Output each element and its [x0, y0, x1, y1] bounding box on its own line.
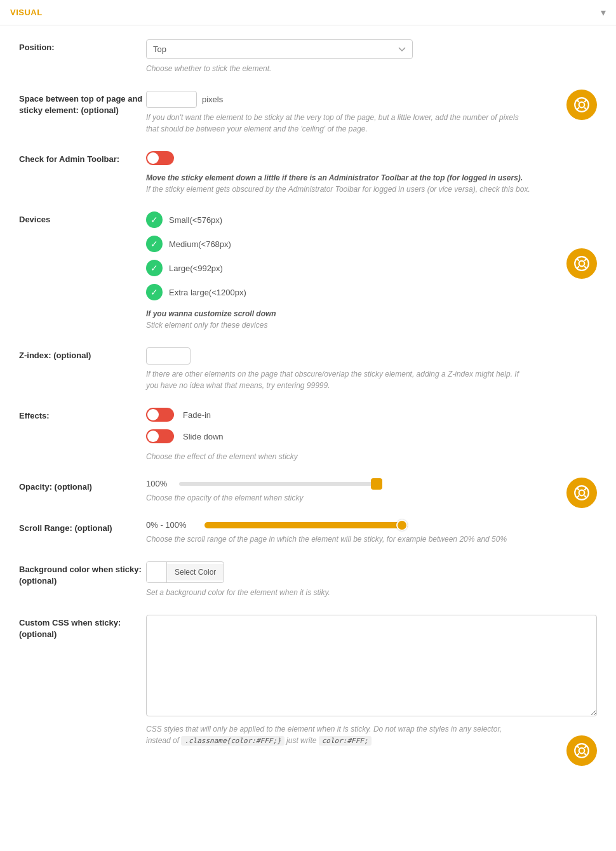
- custom-css-hint: CSS styles that will only be applied to …: [146, 723, 597, 747]
- check-circle-medium[interactable]: ✓: [146, 236, 163, 252]
- css-hint-line2: instead of: [146, 736, 181, 745]
- device-label-xlarge: Extra large(<1200px): [169, 288, 246, 297]
- scroll-range-row: Scroll Range: (optional) 0% - 100% Choos…: [19, 519, 597, 545]
- fadein-label: Fade-in: [183, 410, 211, 420]
- pixels-label: pixels: [202, 95, 223, 104]
- devices-label: Devices: [19, 210, 146, 225]
- admin-toolbar-field: Move the sticky element down a little if…: [146, 150, 597, 195]
- zindex-label: Z-index: (optional): [19, 346, 146, 361]
- opacity-label: Opacity: (optional): [19, 478, 146, 493]
- scroll-range-label: Scroll Range: (optional): [19, 519, 146, 534]
- effects-field: Fade-in Slide down Choose the effect of …: [146, 406, 597, 462]
- zindex-hint: If there are other elements on the page …: [146, 368, 597, 391]
- bg-color-field: Select Color Set a background color for …: [146, 560, 597, 598]
- devices-hint-bold: If you wanna customize scroll down: [146, 309, 276, 318]
- zindex-row: Z-index: (optional) If there are other e…: [19, 346, 597, 391]
- effect-slidedown-row: Slide down: [146, 429, 597, 443]
- devices-field: ✓ Small(<576px) ✓ Medium(<768px) ✓ Large…: [146, 210, 597, 331]
- slidedown-toggle[interactable]: [146, 429, 174, 443]
- css-hint-line1: CSS styles that will only be applied to …: [146, 725, 502, 734]
- admin-hint-normal: If the sticky element gets obscured by t…: [146, 185, 530, 194]
- space-between-field: pixels If you don't want the element to …: [146, 90, 597, 135]
- svg-line-2: [577, 100, 579, 102]
- device-item-xlarge: ✓ Extra large(<1200px): [146, 284, 597, 300]
- css-hint-middle: just write: [286, 736, 319, 745]
- svg-line-15: [584, 495, 586, 497]
- toggle-slider: [146, 151, 174, 165]
- space-between-input[interactable]: [146, 91, 197, 108]
- bg-color-row: Background color when sticky: (optional)…: [19, 560, 597, 598]
- help-bubble-devices[interactable]: [566, 248, 597, 279]
- chevron-down-icon[interactable]: ▾: [601, 6, 606, 18]
- position-select[interactable]: Top Bottom Left Right: [146, 39, 413, 59]
- svg-line-20: [577, 746, 579, 747]
- custom-css-label: Custom CSS when sticky: (optional): [19, 613, 146, 640]
- devices-row: Devices ✓ Small(<576px) ✓ Medium(<768px)…: [19, 210, 597, 331]
- content-area: Position: Top Bottom Left Right Choose w…: [0, 25, 616, 800]
- fadein-slider: [146, 408, 174, 422]
- space-hint-line1: If you don't want the element to be stic…: [146, 113, 519, 122]
- svg-line-8: [577, 258, 579, 260]
- devices-hint: If you wanna customize scroll down Stick…: [146, 308, 597, 331]
- check-circle-xlarge[interactable]: ✓: [146, 284, 163, 300]
- space-between-label: Space between top of page and sticky ele…: [19, 90, 146, 116]
- bg-color-label: Background color when sticky: (optional): [19, 560, 146, 587]
- device-label-large: Large(<992px): [169, 264, 223, 273]
- color-btn-wrapper: Select Color: [146, 561, 224, 583]
- position-label: Position:: [19, 38, 146, 53]
- opacity-slider-row: 100%: [146, 479, 597, 488]
- device-item-large: ✓ Large(<992px): [146, 260, 597, 276]
- svg-line-9: [584, 266, 586, 268]
- scroll-range-value: 0% - 100%: [146, 520, 197, 530]
- custom-css-textarea[interactable]: [146, 615, 597, 716]
- css-hint-code2: color:#FFF;: [319, 736, 372, 746]
- zindex-hint-line2: you have no idea what that means, try en…: [146, 381, 330, 390]
- svg-line-14: [577, 488, 579, 490]
- effect-fadein-row: Fade-in: [146, 408, 597, 422]
- bg-color-hint: Set a background color for the element w…: [146, 587, 597, 598]
- opacity-value: 100%: [146, 479, 171, 488]
- scroll-range-slider[interactable]: [204, 522, 408, 528]
- scroll-range-slider-row: 0% - 100%: [146, 520, 597, 530]
- help-bubble-opacity[interactable]: [566, 478, 597, 508]
- admin-hint-bold: Move the sticky element down a little if…: [146, 173, 523, 182]
- admin-toolbar-row: Check for Admin Toolbar: Move the sticky…: [19, 150, 597, 195]
- device-label-medium: Medium(<768px): [169, 239, 231, 249]
- svg-line-16: [584, 488, 586, 490]
- device-item-small: ✓ Small(<576px): [146, 211, 597, 228]
- check-circle-large[interactable]: ✓: [146, 260, 163, 276]
- svg-line-21: [584, 753, 586, 755]
- svg-point-1: [579, 102, 585, 108]
- zindex-hint-line1: If there are other elements on the page …: [146, 370, 519, 379]
- space-hint-line2: that should be between your element and …: [146, 124, 368, 133]
- svg-line-23: [577, 753, 579, 755]
- scroll-range-field: 0% - 100% Choose the scroll range of the…: [146, 519, 597, 545]
- admin-toolbar-toggle[interactable]: [146, 151, 174, 165]
- zindex-input[interactable]: [146, 347, 191, 365]
- page-wrapper: VISUAL ▾ Position: Top Bottom Left Right…: [0, 0, 616, 851]
- svg-line-4: [584, 100, 586, 102]
- help-icon-opacity: [573, 485, 590, 501]
- svg-line-5: [577, 107, 579, 109]
- effects-hint: Choose the effect of the element when st…: [146, 451, 597, 462]
- select-color-button[interactable]: Select Color: [167, 564, 224, 580]
- effects-row: Effects: Fade-in Slide down Choos: [19, 406, 597, 462]
- help-bubble-space[interactable]: [566, 90, 597, 120]
- help-icon: [573, 97, 590, 113]
- fadein-toggle[interactable]: [146, 408, 174, 422]
- svg-point-13: [579, 490, 585, 496]
- svg-point-7: [579, 261, 585, 267]
- svg-line-22: [584, 746, 586, 747]
- device-label-small: Small(<576px): [169, 215, 222, 225]
- custom-css-field: CSS styles that will only be applied to …: [146, 613, 597, 747]
- svg-line-17: [577, 495, 579, 497]
- admin-toolbar-hint: Move the sticky element down a little if…: [146, 172, 597, 195]
- color-swatch[interactable]: [147, 562, 167, 582]
- help-bubble-css[interactable]: [566, 735, 597, 766]
- check-circle-small[interactable]: ✓: [146, 211, 163, 228]
- opacity-hint: Choose the opacity of the element when s…: [146, 492, 597, 504]
- opacity-slider[interactable]: [179, 482, 382, 486]
- section-header: VISUAL ▾: [0, 0, 616, 25]
- admin-toolbar-label: Check for Admin Toolbar:: [19, 150, 146, 165]
- pixels-wrapper: pixels: [146, 91, 597, 108]
